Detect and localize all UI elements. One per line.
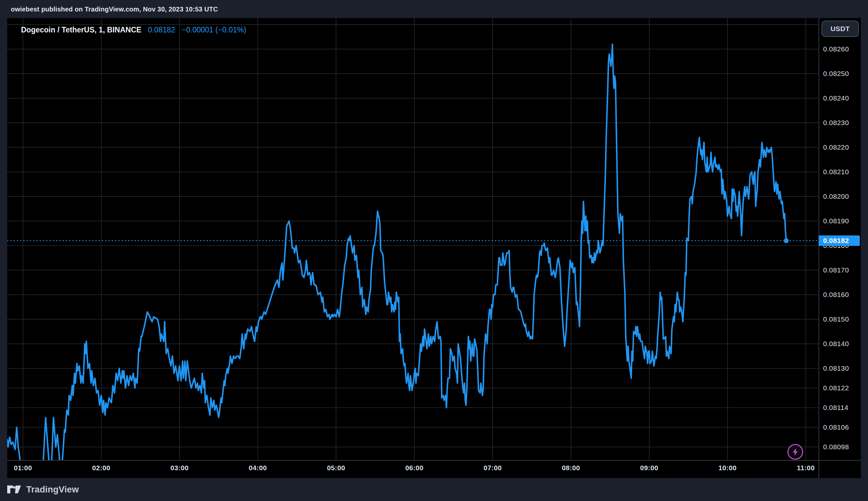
price-tick-label: 0.08160 — [823, 290, 849, 299]
price-tick-label: 0.08210 — [823, 168, 849, 176]
price-line-series — [7, 44, 786, 460]
price-tick-label: 0.08200 — [823, 192, 849, 201]
time-tick-label: 05:00 — [321, 464, 351, 472]
symbol-title: Dogecoin / TetherUS, 1, BINANCE — [21, 25, 141, 34]
tradingview-snapshot-page: owiebest published on TradingView.com, N… — [0, 0, 868, 501]
time-tick-label: 10:00 — [713, 464, 742, 472]
price-tick-label: 0.08220 — [823, 143, 849, 152]
price-tick-label: 0.08230 — [823, 118, 849, 127]
time-tick-label: 01:00 — [8, 464, 38, 472]
chart-container[interactable]: Dogecoin / TetherUS, 1, BINANCE 0.08182 … — [7, 18, 861, 478]
time-tick-label: 11:00 — [791, 464, 821, 472]
price-tick-label: 0.08250 — [823, 70, 849, 78]
price-tick-label: 0.08098 — [823, 443, 849, 451]
price-tick-label: 0.08106 — [823, 423, 849, 431]
time-tick-label: 07:00 — [478, 464, 507, 472]
price-tick-label: 0.08114 — [823, 403, 848, 412]
price-tick-label: 0.08170 — [823, 266, 849, 274]
price-tick-label: 0.08190 — [823, 217, 849, 225]
price-axis-separator — [818, 18, 819, 478]
publish-header: owiebest published on TradingView.com, N… — [11, 3, 218, 16]
time-tick-label: 02:00 — [86, 464, 116, 472]
legend-last-price: 0.08182 — [148, 25, 175, 34]
price-chart-plot[interactable] — [7, 18, 818, 460]
chart-legend: Dogecoin / TetherUS, 1, BINANCE 0.08182 … — [21, 25, 246, 34]
last-price-dot — [784, 238, 789, 243]
lightning-button[interactable] — [787, 444, 803, 460]
time-tick-label: 06:00 — [400, 464, 429, 472]
price-tick-label: 0.08122 — [823, 384, 849, 392]
price-tick-label: 0.08240 — [823, 94, 849, 103]
tradingview-logo-icon[interactable] — [7, 484, 21, 495]
current-price-text: 0.08182 — [823, 237, 849, 245]
time-axis-separator — [7, 460, 861, 461]
time-tick-label: 08:00 — [556, 464, 586, 472]
currency-toggle-button[interactable]: USDT — [822, 21, 859, 37]
footer-brand-text[interactable]: TradingView — [26, 484, 79, 495]
price-tick-label: 0.08150 — [823, 315, 849, 323]
time-tick-label: 03:00 — [165, 464, 194, 472]
price-tick-label: 0.08260 — [823, 45, 849, 53]
lightning-bolt-icon — [791, 447, 800, 457]
time-tick-label: 09:00 — [634, 464, 664, 472]
price-tick-label: 0.08140 — [823, 340, 849, 348]
time-tick-label: 04:00 — [243, 464, 273, 472]
price-tick-label: 0.08130 — [823, 364, 849, 373]
footer: TradingView — [7, 481, 79, 498]
publish-header-text: owiebest published on TradingView.com, N… — [11, 6, 218, 13]
legend-change: −0.00001 (−0.01%) — [182, 25, 246, 34]
current-price-label: 0.08182 — [818, 235, 860, 246]
